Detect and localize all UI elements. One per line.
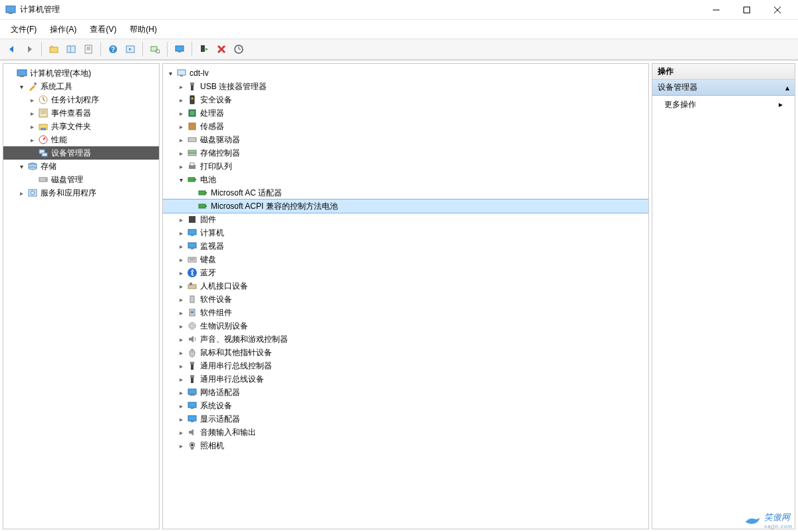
device-usb-connector[interactable]: ▸USB 连接器管理器 [163, 80, 648, 93]
tree-system-tools[interactable]: ▾ 系统工具 [3, 80, 159, 93]
menu-view[interactable]: 查看(V) [83, 21, 123, 38]
device-monitors[interactable]: ▸监视器 [163, 239, 648, 253]
tree-disk-management[interactable]: 磁盘管理 [3, 173, 159, 186]
chevron-right-icon[interactable]: ▸ [17, 188, 26, 198]
device-bluetooth[interactable]: ▸蓝牙 [163, 266, 648, 279]
tree-task-scheduler[interactable]: ▸ 任务计划程序 [3, 93, 159, 106]
chevron-right-icon[interactable]: ▸ [176, 95, 186, 104]
svg-rect-54 [188, 154, 196, 156]
tree-event-viewer[interactable]: ▸ 事件查看器 [3, 106, 159, 120]
chevron-right-icon[interactable]: ▸ [176, 162, 186, 171]
tree-storage[interactable]: ▾ 存储 [3, 160, 159, 173]
tree-root-computer-management[interactable]: 计算机管理(本地) [3, 66, 159, 80]
actions-more[interactable]: 更多操作 ▸ [652, 96, 795, 113]
chevron-right-icon[interactable]: ▸ [176, 361, 186, 370]
device-disk-drives[interactable]: ▸磁盘驱动器 [163, 133, 648, 146]
scan-hardware-icon[interactable] [147, 41, 163, 57]
device-audio-io[interactable]: ▸音频输入和输出 [163, 426, 648, 439]
help-icon[interactable]: ? [105, 41, 121, 57]
uninstall-device-icon[interactable] [213, 41, 229, 57]
chevron-right-icon[interactable]: ▸ [176, 374, 186, 384]
tree-shared-folders[interactable]: ▸ 共享文件夹 [3, 120, 159, 133]
chevron-down-icon[interactable]: ▾ [176, 175, 186, 184]
chevron-right-icon[interactable]: ▸ [176, 334, 186, 344]
close-button[interactable] [762, 0, 793, 20]
tree-device-manager[interactable]: 设备管理器 [3, 146, 159, 160]
device-usb-devices[interactable]: ▸通用串行总线设备 [163, 372, 648, 386]
device-sensor[interactable]: ▸传感器 [163, 120, 648, 133]
chevron-right-icon[interactable]: ▸ [176, 321, 186, 331]
device-firmware[interactable]: ▸固件 [163, 213, 648, 226]
actions-panel: 操作 设备管理器 ▴ 更多操作 ▸ [652, 63, 795, 529]
tree-performance[interactable]: ▸ 性能 [3, 133, 159, 146]
chevron-right-icon[interactable]: ▸ [176, 228, 186, 237]
chevron-right-icon[interactable]: ▸ [176, 268, 186, 277]
device-cameras[interactable]: ▸照相机 [163, 439, 648, 452]
expander-icon[interactable] [6, 68, 15, 78]
chevron-right-icon[interactable]: ▸ [176, 241, 186, 251]
chevron-right-icon[interactable]: ▸ [176, 428, 186, 437]
enable-device-icon[interactable] [196, 41, 212, 57]
device-computer[interactable]: ▸计算机 [163, 226, 648, 239]
forward-button[interactable] [21, 41, 37, 57]
chevron-right-icon[interactable]: ▸ [176, 108, 186, 118]
device-system-devices[interactable]: ▸系统设备 [163, 399, 648, 412]
menu-action[interactable]: 操作(A) [43, 21, 83, 38]
back-button[interactable] [4, 41, 20, 57]
device-sound[interactable]: ▸声音、视频和游戏控制器 [163, 332, 648, 346]
chevron-right-icon[interactable]: ▸ [176, 414, 186, 424]
device-battery[interactable]: ▾电池 [163, 173, 648, 186]
device-hid[interactable]: ▸人机接口设备 [163, 279, 648, 293]
device-root[interactable]: ▾ cdt-lv [163, 66, 648, 80]
collapse-icon[interactable]: ▴ [785, 83, 789, 92]
chevron-down-icon[interactable]: ▾ [17, 162, 26, 171]
device-storage-controllers[interactable]: ▸存储控制器 [163, 146, 648, 160]
chevron-right-icon[interactable]: ▸ [27, 135, 37, 144]
svg-rect-46 [191, 85, 194, 90]
chevron-right-icon[interactable]: ▸ [176, 308, 186, 317]
menu-help[interactable]: 帮助(H) [123, 21, 164, 38]
chevron-right-icon[interactable]: ▸ [176, 135, 186, 144]
device-usb-controllers[interactable]: ▸通用串行总线控制器 [163, 359, 648, 372]
device-print-queues[interactable]: ▸打印队列 [163, 160, 648, 173]
chevron-right-icon[interactable]: ▸ [176, 295, 186, 304]
chevron-right-icon[interactable]: ▸ [176, 348, 186, 357]
device-battery-acpi[interactable]: Microsoft ACPI 兼容的控制方法电池 [163, 200, 648, 213]
minimize-button[interactable] [701, 0, 732, 20]
chevron-right-icon[interactable]: ▸ [176, 148, 186, 158]
device-processor[interactable]: ▸处理器 [163, 106, 648, 120]
chevron-right-icon[interactable]: ▸ [176, 401, 186, 410]
chevron-right-icon[interactable]: ▸ [27, 95, 37, 104]
chevron-right-icon[interactable]: ▸ [176, 255, 186, 264]
device-security[interactable]: ▸安全设备 [163, 93, 648, 106]
device-network-adapters[interactable]: ▸网络适配器 [163, 386, 648, 399]
properties-icon[interactable] [80, 41, 96, 57]
tree-label: Microsoft AC 适配器 [211, 188, 282, 199]
device-biometric[interactable]: ▸生物识别设备 [163, 319, 648, 332]
chevron-right-icon[interactable]: ▸ [176, 215, 186, 224]
actions-section-device-manager[interactable]: 设备管理器 ▴ [652, 80, 795, 96]
show-hide-console-icon[interactable] [63, 41, 79, 57]
action-list-icon[interactable] [122, 41, 138, 57]
device-software-components[interactable]: ▸软件组件 [163, 306, 648, 319]
device-software-devices[interactable]: ▸软件设备 [163, 293, 648, 306]
up-folder-icon[interactable] [46, 41, 62, 57]
device-battery-ac-adapter[interactable]: Microsoft AC 适配器 [163, 186, 648, 200]
menu-file[interactable]: 文件(F) [4, 21, 43, 38]
chevron-right-icon[interactable]: ▸ [27, 122, 37, 131]
chevron-right-icon[interactable]: ▸ [176, 441, 186, 450]
chevron-right-icon[interactable]: ▸ [176, 388, 186, 397]
monitor-icon[interactable] [172, 41, 188, 57]
chevron-down-icon[interactable]: ▾ [166, 68, 175, 78]
maximize-button[interactable] [732, 0, 762, 20]
device-mouse[interactable]: ▸鼠标和其他指针设备 [163, 346, 648, 359]
tree-services-applications[interactable]: ▸ 服务和应用程序 [3, 186, 159, 200]
device-display-adapters[interactable]: ▸显示适配器 [163, 412, 648, 426]
chevron-right-icon[interactable]: ▸ [176, 281, 186, 291]
chevron-right-icon[interactable]: ▸ [27, 108, 37, 118]
chevron-right-icon[interactable]: ▸ [176, 82, 186, 91]
update-driver-icon[interactable] [231, 41, 247, 57]
chevron-right-icon[interactable]: ▸ [176, 122, 186, 131]
device-keyboards[interactable]: ▸键盘 [163, 253, 648, 266]
chevron-down-icon[interactable]: ▾ [17, 82, 26, 91]
